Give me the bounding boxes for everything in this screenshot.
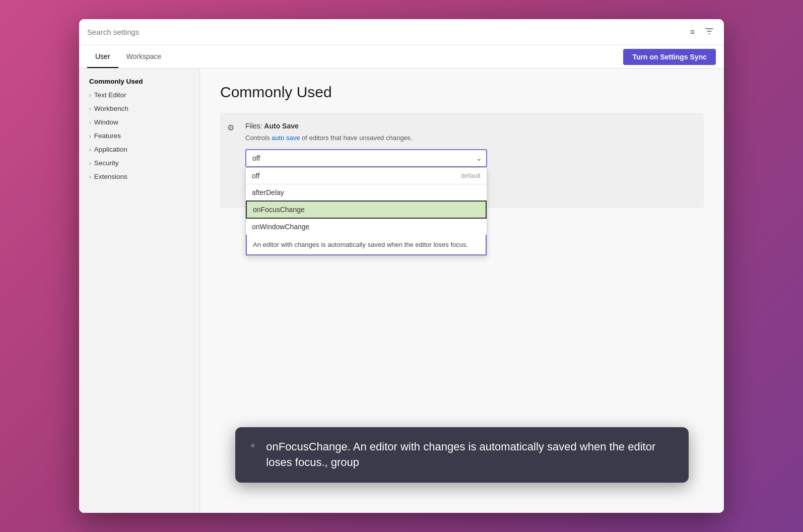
chevron-right-icon: › — [89, 147, 91, 153]
sidebar-item-text-editor[interactable]: › Text Editor — [79, 88, 199, 102]
auto-save-select[interactable]: off afterDelay onFocusChange onWindowCha… — [245, 149, 487, 167]
sidebar-item-application[interactable]: › Application — [79, 143, 199, 156]
search-bar: ≡ — [79, 19, 724, 45]
setting-label-auto-save: Files: Auto Save — [245, 122, 694, 130]
sidebar-item-workbench[interactable]: › Workbench — [79, 102, 199, 115]
toast-close-button[interactable]: × — [247, 440, 258, 451]
tabs: User Workspace — [87, 45, 169, 68]
tab-workspace[interactable]: Workspace — [118, 45, 170, 68]
tab-user[interactable]: User — [87, 45, 118, 68]
section-title: Commonly Used — [220, 84, 704, 101]
dropdown-option-off[interactable]: off default — [246, 168, 487, 184]
setting-group-auto-save: ⚙ Files: Auto Save Controls auto save of… — [220, 113, 704, 208]
toast-text: onFocusChange. An editor with changes is… — [266, 439, 673, 471]
content-area: Commonly Used ⚙ Files: Auto Save Control… — [200, 69, 724, 513]
sidebar-item-security[interactable]: › Security — [79, 156, 199, 170]
search-input[interactable] — [87, 28, 684, 36]
setting-description-auto-save: Controls auto save of editors that have … — [245, 133, 694, 143]
auto-save-link[interactable]: auto save — [272, 134, 300, 142]
search-input-wrapper — [87, 28, 684, 36]
main-layout: Commonly Used › Text Editor › Workbench … — [79, 69, 724, 513]
dropdown-option-onwindowchange[interactable]: onWindowChange — [246, 219, 487, 235]
toast-notification: × onFocusChange. An editor with changes … — [235, 427, 689, 483]
sidebar-item-commonly-used[interactable]: Commonly Used — [79, 75, 199, 88]
sidebar-item-features[interactable]: › Features — [79, 129, 199, 143]
sync-button[interactable]: Turn on Settings Sync — [623, 49, 716, 65]
auto-save-dropdown-wrapper: off afterDelay onFocusChange onWindowCha… — [245, 149, 487, 167]
chevron-right-icon: › — [89, 133, 91, 139]
dropdown-option-afterdelay[interactable]: afterDelay — [246, 184, 487, 201]
settings-list-icon[interactable]: ≡ — [688, 26, 697, 39]
chevron-right-icon: › — [89, 174, 91, 180]
dropdown-option-description: An editor with changes is automatically … — [246, 235, 487, 256]
chevron-right-icon: › — [89, 160, 91, 166]
settings-window: ≡ User Workspace Turn on Settings Sync — [79, 19, 724, 513]
chevron-right-icon: › — [89, 119, 91, 125]
auto-save-dropdown-menu: off default afterDelay onFocusChange onW… — [245, 167, 487, 256]
chevron-right-icon: › — [89, 106, 91, 112]
search-icons: ≡ — [688, 25, 716, 40]
sidebar-item-extensions[interactable]: › Extensions — [79, 170, 199, 183]
chevron-right-icon: › — [89, 92, 91, 98]
dropdown-option-onfocuschange[interactable]: onFocusChange — [246, 201, 487, 219]
tab-bar: User Workspace Turn on Settings Sync — [79, 45, 724, 69]
filter-icon[interactable] — [703, 25, 716, 40]
sidebar-item-window[interactable]: › Window — [79, 115, 199, 129]
gear-icon: ⚙ — [227, 123, 234, 132]
sidebar: Commonly Used › Text Editor › Workbench … — [79, 69, 200, 513]
